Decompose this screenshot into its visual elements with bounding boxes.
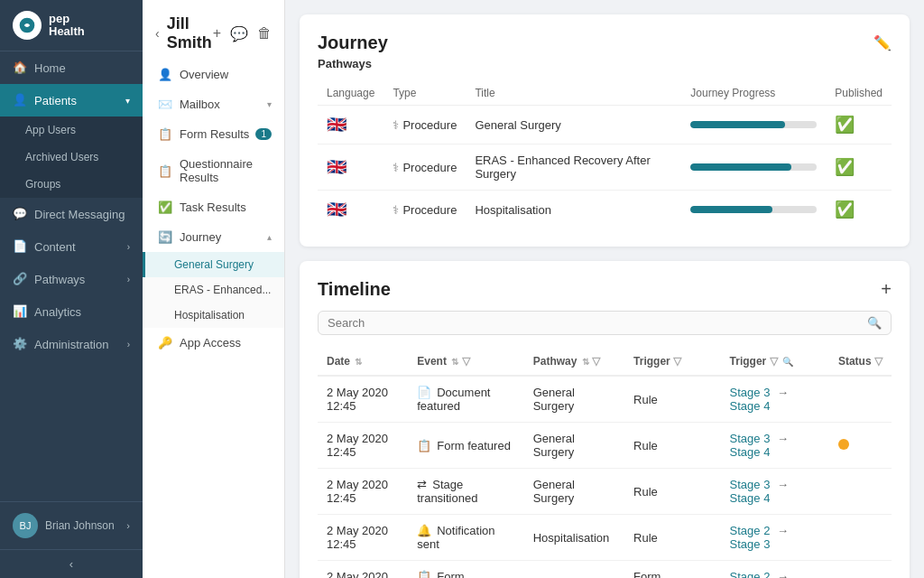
sidebar-item-content[interactable]: 📄 Content › bbox=[0, 230, 143, 263]
chevron-right-icon: › bbox=[127, 340, 130, 350]
left-panel: ‹ Jill Smith + 💬 🗑 👤 Overview ✉️ Mailbox… bbox=[143, 0, 285, 578]
date-cell: 2 May 2020 12:45 bbox=[318, 515, 408, 561]
timeline-add-button[interactable]: + bbox=[881, 279, 892, 300]
left-nav-questionnaire-results[interactable]: 📋 Questionnaire Results bbox=[143, 149, 284, 192]
stage-to-link[interactable]: Stage 3 bbox=[730, 537, 771, 551]
stage-to-link[interactable]: Stage 4 bbox=[730, 399, 771, 413]
stage-from-link[interactable]: Stage 2 bbox=[730, 570, 771, 578]
trigger-type-cell: Form submission bbox=[624, 561, 720, 579]
col-date: Date ⇅ bbox=[318, 348, 408, 376]
sort-icon[interactable]: ⇅ bbox=[582, 357, 589, 367]
language-cell: 🇬🇧 bbox=[318, 144, 383, 191]
left-nav-label: App Access bbox=[180, 336, 241, 350]
stage-from-link[interactable]: Stage 3 bbox=[730, 478, 771, 491]
filter-icon[interactable]: ▽ bbox=[673, 355, 681, 368]
pathway-cell: Hospitalisation bbox=[524, 515, 624, 561]
event-icon: ⇄ bbox=[417, 478, 427, 491]
search-input[interactable] bbox=[328, 316, 867, 330]
stage-to-link[interactable]: Stage 4 bbox=[730, 491, 771, 505]
header-actions: + 💬 🗑 bbox=[213, 25, 272, 42]
sidebar-item-label: Analytics bbox=[34, 305, 81, 319]
sidebar-item-archived-users[interactable]: Archived Users bbox=[0, 144, 143, 171]
sidebar-item-administration[interactable]: ⚙️ Administration › bbox=[0, 328, 143, 360]
filter-icon[interactable]: ▽ bbox=[874, 355, 882, 368]
sidebar-item-home[interactable]: 🏠 Home bbox=[0, 51, 143, 84]
stage-from-link[interactable]: Stage 3 bbox=[730, 386, 771, 399]
filter-icon[interactable]: ▽ bbox=[592, 355, 600, 368]
left-nav-task-results[interactable]: ✅ Task Results bbox=[143, 192, 284, 222]
patients-submenu: App Users Archived Users Groups bbox=[0, 117, 143, 198]
chevron-right-icon: › bbox=[127, 275, 130, 284]
event-icon: 📋 bbox=[417, 439, 431, 452]
timeline-card: Timeline + 🔍 Date ⇅ Event ⇅ ▽ bbox=[300, 261, 910, 578]
patient-name: Jill Smith bbox=[167, 14, 213, 52]
arrow-icon: → bbox=[777, 386, 789, 399]
main-content: Journey ✏️ Pathways Language Type Title … bbox=[285, 0, 924, 578]
filter-icon[interactable]: ▽ bbox=[770, 355, 778, 368]
sidebar-item-app-users[interactable]: App Users bbox=[0, 117, 143, 144]
left-nav-mailbox[interactable]: ✉️ Mailbox ▾ bbox=[143, 89, 284, 119]
procedure-icon: ⚕ bbox=[393, 118, 399, 132]
search-icon[interactable]: 🔍 bbox=[782, 357, 793, 367]
sidebar-item-label: Home bbox=[34, 61, 66, 75]
patients-icon: 👤 bbox=[13, 93, 27, 107]
timeline-table: Date ⇅ Event ⇅ ▽ Pathway ⇅ ▽ Trigger bbox=[318, 348, 892, 578]
flag-icon: 🇬🇧 bbox=[327, 158, 346, 176]
progress-bar bbox=[690, 163, 817, 171]
delete-button[interactable]: 🗑 bbox=[257, 25, 272, 42]
trigger-type-cell: Rule bbox=[624, 376, 720, 423]
pathways-icon: 🔗 bbox=[13, 272, 27, 286]
col-published: Published bbox=[826, 81, 892, 106]
sort-icon[interactable]: ⇅ bbox=[355, 357, 362, 367]
flag-icon: 🇬🇧 bbox=[327, 200, 346, 219]
arrow-icon: → bbox=[777, 432, 789, 445]
sidebar-item-groups[interactable]: Groups bbox=[0, 171, 143, 198]
event-cell: 📋Form featured bbox=[408, 423, 523, 469]
comment-button[interactable]: 💬 bbox=[230, 25, 248, 42]
collapse-icon: ‹ bbox=[69, 557, 73, 571]
progress-cell bbox=[681, 106, 826, 144]
back-button[interactable]: ‹ bbox=[155, 26, 160, 41]
sidebar-item-analytics[interactable]: 📊 Analytics bbox=[0, 295, 143, 328]
logo-icon bbox=[13, 11, 42, 40]
sidebar-item-patients[interactable]: 👤 Patients ▾ bbox=[0, 84, 143, 117]
mailbox-icon: ✉️ bbox=[158, 98, 172, 111]
event-icon: 📄 bbox=[417, 386, 431, 399]
filter-icon[interactable]: ▽ bbox=[462, 355, 470, 368]
add-button[interactable]: + bbox=[213, 25, 221, 42]
arrow-icon: → bbox=[777, 478, 789, 491]
sidebar-footer[interactable]: BJ Brian Johnson › bbox=[0, 501, 143, 549]
badge: 1 bbox=[255, 128, 272, 140]
journey-card: Journey ✏️ Pathways Language Type Title … bbox=[300, 14, 910, 247]
journey-card-header: Journey ✏️ bbox=[318, 33, 892, 53]
left-nav-form-results[interactable]: 📋 Form Results 1 bbox=[143, 119, 284, 149]
edit-button[interactable]: ✏️ bbox=[873, 34, 892, 51]
col-trigger1: Trigger ▽ bbox=[624, 348, 720, 376]
stage-from-link[interactable]: Stage 2 bbox=[730, 524, 771, 537]
trigger-type-cell: Rule bbox=[624, 423, 720, 469]
left-nav-overview[interactable]: 👤 Overview bbox=[143, 60, 284, 89]
admin-icon: ⚙️ bbox=[13, 337, 27, 351]
chevron-down-icon: ▾ bbox=[267, 99, 272, 109]
stage-from-link[interactable]: Stage 3 bbox=[730, 432, 771, 445]
left-nav-app-access[interactable]: 🔑 App Access bbox=[143, 328, 284, 358]
sidebar-item-pathways[interactable]: 🔗 Pathways › bbox=[0, 263, 143, 295]
left-nav-journey[interactable]: 🔄 Journey ▴ bbox=[143, 222, 284, 252]
col-title: Title bbox=[466, 81, 681, 106]
sidebar-collapse-button[interactable]: ‹ bbox=[0, 549, 143, 578]
trigger-type-cell: Rule bbox=[624, 515, 720, 561]
left-nav-label: Journey bbox=[180, 230, 221, 244]
sidebar-item-direct-messaging[interactable]: 💬 Direct Messaging bbox=[0, 198, 143, 230]
table-row: 2 May 2020 12:45 📄Document featured Gene… bbox=[318, 376, 892, 423]
event-cell: 📄Document featured bbox=[408, 376, 523, 423]
questionnaire-icon: 📋 bbox=[158, 164, 172, 178]
col-language: Language bbox=[318, 81, 383, 106]
journey-sub-eras[interactable]: ERAS - Enhanced... bbox=[143, 277, 284, 303]
stage-to-link[interactable]: Stage 4 bbox=[730, 445, 771, 459]
journey-sub-hospitalisation[interactable]: Hospitalisation bbox=[143, 303, 284, 328]
trigger-stages-cell: Stage 3 → Stage 4 bbox=[721, 469, 829, 515]
access-icon: 🔑 bbox=[158, 336, 172, 350]
journey-sub-general-surgery[interactable]: General Surgery bbox=[143, 252, 284, 277]
pathway-cell: General Surgery bbox=[524, 376, 624, 423]
sort-icon[interactable]: ⇅ bbox=[451, 357, 458, 367]
